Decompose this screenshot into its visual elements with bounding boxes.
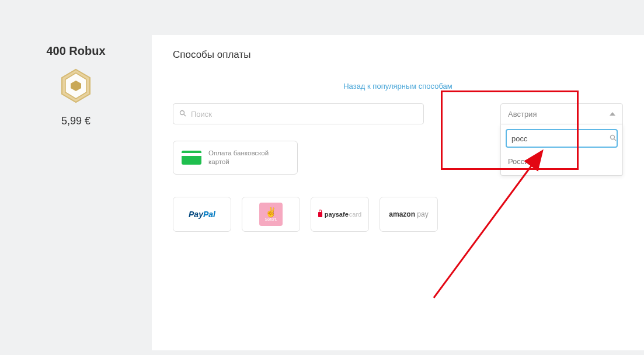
svg-point-5: [611, 135, 615, 139]
amazonpay-logo-icon: amazon pay: [389, 210, 428, 218]
country-panel: Россия: [500, 124, 623, 176]
robux-icon: [57, 67, 95, 105]
bank-card-label: Оплата банковской картой: [208, 149, 289, 166]
sofort-logo-icon: ✌ Sofort.: [259, 203, 283, 226]
lock-icon: [318, 212, 322, 217]
sidebar: 400 Robux 5,99 €: [0, 35, 152, 350]
paypal-logo-icon: PayPal: [189, 210, 215, 219]
product-title: 400 Robux: [46, 44, 105, 58]
search-input[interactable]: [191, 110, 417, 119]
payment-grid: PayPal ✌ Sofort. paysafecard amazon pay: [173, 197, 623, 232]
country-selected-label: Австрия: [508, 110, 537, 119]
section-title: Способы оплаты: [173, 49, 623, 61]
search-icon: [179, 110, 186, 119]
country-selected[interactable]: Австрия: [500, 103, 623, 124]
country-search-input[interactable]: [511, 134, 610, 143]
search-box[interactable]: [173, 103, 424, 124]
paysafe-logo-icon: paysafecard: [318, 211, 361, 218]
payment-amazonpay[interactable]: amazon pay: [380, 197, 438, 232]
svg-point-3: [180, 110, 185, 114]
svg-line-4: [184, 114, 186, 116]
country-search-box[interactable]: [506, 129, 618, 148]
country-dropdown: Австрия Россия: [500, 103, 623, 124]
controls-row: Австрия Россия: [173, 103, 623, 124]
product-price: 5,99 €: [61, 115, 90, 127]
main-panel: Способы оплаты Назад к популярным способ…: [152, 35, 644, 350]
credit-card-icon: [182, 151, 201, 165]
svg-line-6: [614, 139, 616, 141]
country-result[interactable]: Россия: [506, 152, 618, 170]
chevron-up-icon: [610, 112, 615, 116]
payment-paypal[interactable]: PayPal: [173, 197, 231, 232]
payment-paysafe[interactable]: paysafecard: [311, 197, 369, 232]
payment-bank-card[interactable]: Оплата банковской картой: [173, 141, 298, 175]
back-link[interactable]: Назад к популярным способам: [173, 82, 623, 91]
payment-sofort[interactable]: ✌ Sofort.: [242, 197, 300, 232]
search-icon: [610, 134, 617, 143]
